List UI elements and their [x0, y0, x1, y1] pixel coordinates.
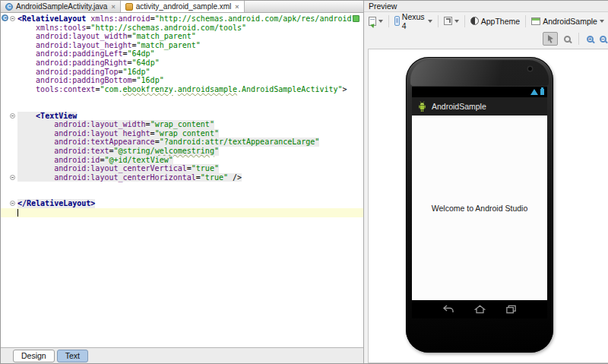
gutter	[1, 182, 17, 191]
gutter	[1, 49, 17, 59]
fold-marker-icon[interactable]	[10, 175, 15, 180]
zoom-in-icon[interactable]: +	[587, 36, 594, 43]
editor-mode-tabs: Design Text	[1, 347, 363, 363]
preview-zoom-toolbar: + − ↻ ⚙	[364, 30, 608, 48]
app-title: AndroidSample	[432, 102, 486, 111]
code-line[interactable]: xmlns:tools="http://schemas.android.com/…	[1, 24, 363, 33]
device-screen: AndroidSample Welcome to Android Studio	[412, 87, 547, 318]
welcome-text: Welcome to Android Studio	[432, 204, 527, 213]
gutter	[1, 24, 17, 33]
pan-tool-button[interactable]	[543, 32, 558, 46]
orientation-icon	[444, 17, 452, 25]
code-line[interactable]	[1, 208, 363, 217]
action-bar: AndroidSample	[412, 97, 547, 116]
theme-picker-button[interactable]: AppTheme	[469, 16, 521, 27]
nexus4-device-frame: AndroidSample Welcome to Android Studio	[406, 57, 553, 353]
device-icon	[394, 16, 400, 26]
gutter	[1, 14, 17, 24]
inspection-status-indicator[interactable]	[353, 15, 359, 22]
code-line[interactable]: android:layout_height="wrap_content"	[1, 129, 363, 138]
gutter	[1, 199, 17, 208]
front-camera-dot	[528, 67, 532, 71]
fold-marker-icon[interactable]	[10, 113, 15, 119]
code-line[interactable]: android:textAppearance="?android:attr/te…	[1, 138, 363, 147]
code-line[interactable]	[1, 191, 363, 200]
separator	[438, 15, 439, 27]
text-caret	[17, 209, 18, 217]
tab-design[interactable]: Design	[13, 350, 55, 362]
zoom-out-icon[interactable]: −	[600, 36, 606, 43]
code-area[interactable]: <RelativeLayout xmlns:android="http://sc…	[1, 14, 363, 217]
theme-icon	[470, 17, 479, 25]
gutter	[1, 41, 17, 50]
tab-activity-android-sample-xml[interactable]: activity_android_sample.xml ×	[121, 1, 245, 12]
preview-config-toolbar: Nexus 4 AppTheme AndroidSample	[364, 12, 608, 30]
status-bar	[412, 87, 547, 97]
gutter	[1, 173, 17, 182]
tab-androidsampleactivity-java[interactable]: AndroidSampleActivity.java ×	[1, 1, 121, 12]
code-line[interactable]: android:layout_centerVertical="true"	[1, 164, 363, 173]
code-line[interactable]: android:layout_width="wrap_content"	[1, 120, 363, 129]
code-line[interactable]: </RelativeLayout>	[1, 199, 363, 208]
code-line[interactable]: <TextView	[1, 112, 363, 121]
xml-file-icon	[125, 3, 133, 11]
close-icon[interactable]: ×	[110, 3, 115, 11]
code-line[interactable]: tools:context="com.ebookfrenzy.androidsa…	[1, 85, 363, 94]
related-class-gutter-icon[interactable]	[2, 14, 8, 21]
separator	[578, 33, 579, 45]
code-line[interactable]	[1, 93, 363, 103]
device-picker-button[interactable]: Nexus 4	[393, 11, 434, 31]
gutter	[1, 85, 17, 94]
recents-icon	[505, 305, 517, 314]
editor-pane: AndroidSampleActivity.java × activity_an…	[1, 1, 364, 363]
device-glass	[410, 60, 549, 86]
gutter	[1, 164, 17, 173]
gutter	[1, 93, 17, 103]
gutter	[1, 112, 17, 121]
back-icon	[442, 305, 454, 314]
activity-picker-button[interactable]: AndroidSample	[530, 16, 606, 27]
code-line[interactable]: android:paddingTop="16dp"	[1, 68, 363, 77]
code-line[interactable]: android:id="@+id/textView"	[1, 156, 363, 165]
gutter	[1, 103, 17, 112]
chevron-down-icon	[428, 20, 432, 25]
gutter	[1, 129, 17, 138]
activity-label: AndroidSample	[543, 17, 597, 26]
code-line[interactable]	[1, 103, 363, 112]
code-line[interactable]	[1, 182, 363, 191]
gutter	[1, 32, 17, 41]
preview-header: Preview ⚙ ⇥	[364, 1, 608, 12]
fold-marker-icon[interactable]	[10, 16, 15, 21]
xml-editor[interactable]: <RelativeLayout xmlns:android="http://sc…	[1, 13, 363, 347]
separator	[388, 15, 389, 27]
code-line[interactable]: android:layout_width="match_parent"	[1, 32, 363, 41]
code-line[interactable]: android:layout_height="match_parent"	[1, 41, 363, 50]
code-line[interactable]: android:text="@string/welcomestring"	[1, 147, 363, 156]
gutter	[1, 191, 17, 200]
gutter	[1, 59, 17, 68]
preview-canvas[interactable]: AndroidSample Welcome to Android Studio	[368, 49, 608, 363]
orientation-picker-button[interactable]	[442, 16, 461, 26]
preview-title: Preview	[369, 2, 397, 11]
actual-size-icon[interactable]	[564, 36, 571, 43]
gutter	[1, 147, 17, 156]
gutter	[1, 68, 17, 77]
tab-label: AndroidSampleActivity.java	[16, 2, 107, 11]
code-line[interactable]: android:paddingBottom="16dp"	[1, 76, 363, 85]
tab-text[interactable]: Text	[57, 350, 88, 362]
code-line[interactable]: <RelativeLayout xmlns:android="http://sc…	[1, 14, 363, 24]
configuration-picker-button[interactable]	[367, 16, 385, 27]
app-content: Welcome to Android Studio	[412, 116, 547, 300]
preview-pane: Preview ⚙ ⇥ Nexus 4	[364, 1, 608, 363]
chevron-down-icon	[378, 20, 383, 25]
home-icon	[474, 305, 486, 314]
gutter	[1, 156, 17, 165]
code-line[interactable]: android:paddingLeft="64dp"	[1, 49, 363, 59]
close-icon[interactable]: ×	[234, 3, 239, 11]
code-line[interactable]: android:layout_centerHorizontal="true" /…	[1, 173, 363, 182]
fold-marker-icon[interactable]	[10, 201, 15, 206]
android-robot-icon	[417, 101, 427, 112]
gutter	[1, 208, 17, 217]
code-line[interactable]: android:paddingRight="64dp"	[1, 59, 363, 68]
theme-label: AppTheme	[481, 17, 520, 26]
